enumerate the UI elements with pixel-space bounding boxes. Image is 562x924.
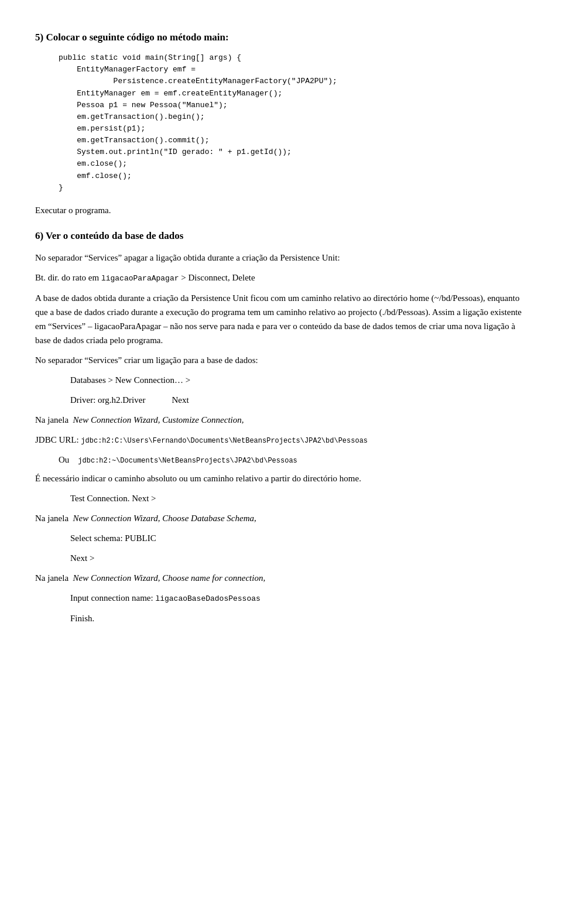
step6-jdbc-label: JDBC URL:: [35, 435, 79, 444]
step6-driver-label: Driver: org.h2.Driver: [70, 395, 145, 405]
step6-jdbc-line: JDBC URL: jdbc:h2:C:\Users\Fernando\Docu…: [35, 433, 527, 447]
step6-jdbc-url: jdbc:h2:C:\Users\Fernando\Documents\NetB…: [81, 437, 368, 445]
step6-janela2: Na janela New Connection Wizard, Choose …: [35, 511, 527, 525]
step6-para2: Bt. dir. do rato em ligacaoParaApagar > …: [35, 271, 527, 285]
step6-input-label: Input connection name:: [70, 593, 153, 603]
step6-ou-line: Ou jdbc:h2:~\Documents\NetBeansProjects\…: [59, 453, 527, 467]
step6-driver-line: Driver: org.h2.Driver Next: [70, 393, 527, 407]
step6-para3: A base de dados obtida durante a criação…: [35, 291, 527, 347]
step6-para4: No separador “Services” criar um ligação…: [35, 353, 527, 367]
step6-input-code: ligacaoBaseDadosPessoas: [155, 594, 260, 603]
step6-finish: Finish.: [70, 611, 527, 625]
step6-section: 6) Ver o conteúdo da base de dados No se…: [35, 228, 527, 625]
step6-driver-next: Next: [172, 395, 189, 405]
step6-janela3-italic: New Connection Wizard, Choose name for c…: [73, 573, 266, 583]
step6-para2-prefix: Bt. dir. do rato em: [35, 273, 101, 282]
step5-section: 5) Colocar o seguinte código no método m…: [35, 29, 527, 217]
step6-janela1: Na janela New Connection Wizard, Customi…: [35, 413, 527, 427]
step6-para2-suffix: > Disconnect, Delete: [179, 273, 255, 282]
step5-heading: 5) Colocar o seguinte código no método m…: [35, 29, 527, 45]
step6-test-line: Test Connection. Next >: [70, 491, 527, 505]
step5-code: public static void main(String[] args) {…: [59, 52, 527, 194]
step6-janela1-text: Na janela New Connection Wizard, Customi…: [35, 415, 244, 425]
step5-executar: Executar o programa.: [35, 203, 527, 217]
step6-select-schema: Select schema: PUBLIC: [70, 531, 527, 545]
step6-para1: No separador “Services” apagar a ligação…: [35, 251, 527, 265]
step6-ou-label: Ou: [59, 455, 69, 464]
step6-next: Next >: [70, 551, 527, 565]
step6-janela3: Na janela New Connection Wizard, Choose …: [35, 571, 527, 585]
step6-janela2-italic: New Connection Wizard, Choose Database S…: [73, 514, 256, 523]
step6-heading: 6) Ver o conteúdo da base de dados: [35, 228, 527, 244]
step6-para2-code: ligacaoParaApagar: [101, 274, 179, 283]
step6-databases-line: Databases > New Connection… >: [70, 373, 527, 387]
step6-para5: É necessário indicar o caminho absoluto …: [35, 471, 527, 485]
step6-ou-url: jdbc:h2:~\Documents\NetBeansProjects\JPA…: [78, 457, 297, 465]
step6-input-line: Input connection name: ligacaoBaseDadosP…: [70, 591, 527, 605]
